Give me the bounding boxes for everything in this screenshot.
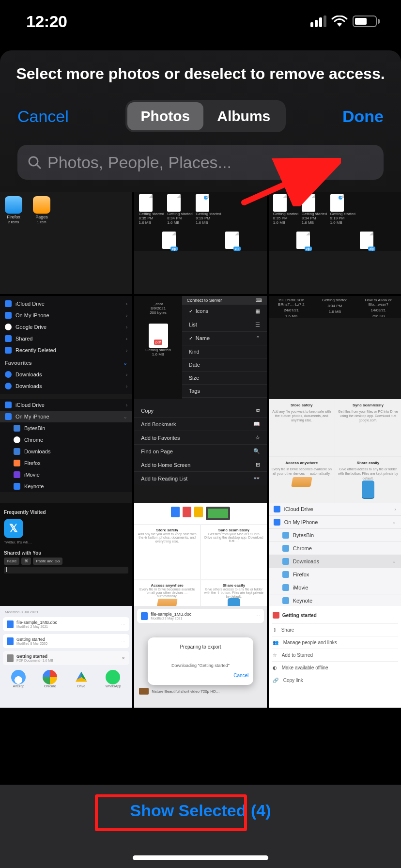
- battery-icon: [353, 16, 380, 27]
- show-selected-button[interactable]: Show Selected (4): [130, 801, 271, 820]
- search-field[interactable]: Photos, People, Places...: [17, 145, 384, 180]
- segment-photos[interactable]: Photos: [127, 102, 204, 130]
- people-icon: 👥: [273, 640, 278, 645]
- search-placeholder: Photos, People, Places...: [47, 153, 231, 172]
- search-mini-icon: 🔍: [253, 448, 260, 454]
- home-indicator[interactable]: [133, 855, 268, 860]
- glasses-icon: 👓: [253, 475, 260, 481]
- star-icon: ☆: [255, 434, 260, 441]
- segmented-control[interactable]: Photos Albums: [125, 100, 286, 132]
- cellular-icon: [310, 16, 326, 27]
- bottom-toolbar: Show Selected (4): [0, 785, 401, 868]
- photo-thumb[interactable]: Modified 8 Jul 2021 file-sample_1MB.docM…: [0, 606, 132, 708]
- offline-icon: ◐: [273, 665, 277, 670]
- book-icon: 📖: [253, 421, 260, 427]
- twitter-icon: 𝕏: [4, 519, 23, 538]
- status-time: 12:20: [26, 12, 67, 31]
- status-bar: 12:20: [0, 0, 401, 43]
- photo-picker-sheet: Select more photos or deselect to remove…: [0, 50, 401, 868]
- segment-albums[interactable]: Albums: [203, 102, 284, 130]
- photo-thumb[interactable]: file-sample_1MB.docModified 3 May 2021⋯ …: [134, 606, 266, 708]
- cancel-button[interactable]: Cancel: [17, 107, 69, 126]
- plus-icon: ⊞: [256, 462, 260, 468]
- photo-thumb[interactable]: Getting started8:35 PM1.6 MB Getting sta…: [269, 192, 401, 294]
- photo-thumb[interactable]: Firefox2 items Pages1 item: [0, 192, 132, 294]
- link-icon: 🔗: [273, 678, 278, 683]
- sheet-header: Select more photos or deselect to remove…: [0, 50, 401, 192]
- wifi-icon: [331, 16, 348, 27]
- copy-icon: ⧉: [256, 407, 260, 414]
- photo-thumb[interactable]: Getting started ⇧Share 👥Manage people an…: [269, 606, 401, 708]
- search-icon: [27, 155, 42, 170]
- status-indicators: [310, 16, 380, 27]
- star-outline-icon: ☆: [273, 652, 277, 658]
- done-button[interactable]: Done: [342, 107, 384, 126]
- share-icon: ⇧: [273, 627, 277, 633]
- sheet-title: Select more photos or deselect to remove…: [0, 65, 401, 83]
- nav-row: Cancel Photos Albums Done: [0, 83, 401, 145]
- svg-line-1: [37, 165, 40, 168]
- photo-thumb[interactable]: Getting started8:35 PM1.6 MB Getting sta…: [134, 192, 266, 294]
- photo-grid[interactable]: Firefox2 items Pages1 item Getting start…: [0, 192, 401, 708]
